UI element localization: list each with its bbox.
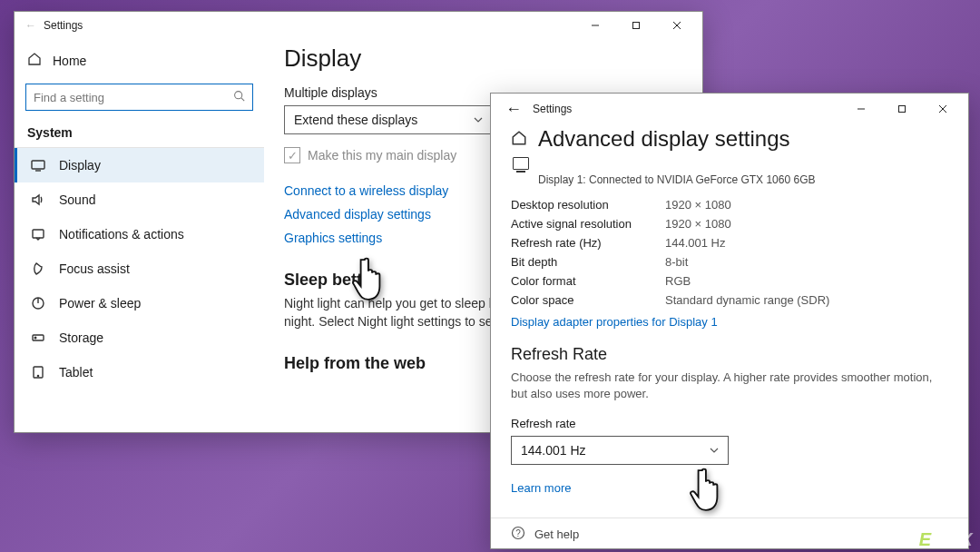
spec-value: 144.001 Hz [665, 233, 829, 252]
display-info: Display 1: Connected to NVIDIA GeForce G… [538, 173, 948, 186]
svg-line-5 [241, 98, 244, 101]
refresh-rate-dropdown[interactable]: 144.001 Hz [511, 436, 729, 465]
svg-point-14 [37, 375, 38, 376]
refresh-rate-desc: Choose the refresh rate for your display… [511, 370, 948, 402]
spec-key: Active signal resolution [511, 214, 665, 233]
sidebar-item-notifications[interactable]: Notifications & actions [15, 217, 264, 251]
table-row: Bit depth8-bit [511, 252, 829, 271]
page-heading: Display [284, 44, 682, 73]
sidebar-header: System [15, 120, 264, 145]
spec-key: Desktop resolution [511, 195, 665, 214]
spec-value: 1920 × 1080 [665, 214, 829, 233]
hand-cursor-icon [689, 467, 727, 514]
svg-rect-6 [32, 161, 44, 169]
close-button[interactable] [922, 96, 963, 122]
make-main-label: Make this my main display [308, 148, 456, 163]
home-icon [27, 52, 42, 69]
spec-value: Standard dynamic range (SDR) [665, 291, 829, 310]
table-row: Color spaceStandard dynamic range (SDR) [511, 291, 829, 310]
adapter-properties-link[interactable]: Display adapter properties for Display 1 [511, 315, 948, 329]
svg-rect-16 [898, 106, 905, 113]
page-heading: Advanced display settings [538, 126, 790, 152]
tablet-icon [30, 365, 46, 380]
sidebar-item-label: Power & sleep [59, 296, 141, 310]
sidebar: Home Find a setting System Display Sound [15, 39, 264, 432]
titlebar-back: ← Settings [15, 12, 702, 39]
back-button[interactable]: ← [502, 100, 525, 119]
home-link[interactable]: Home [15, 44, 264, 76]
display-icon [30, 158, 46, 172]
svg-point-4 [235, 92, 242, 99]
watermark: UGETFIX [891, 529, 973, 550]
search-input[interactable]: Find a setting [25, 84, 253, 111]
sidebar-item-label: Focus assist [59, 261, 130, 276]
refresh-rate-heading: Refresh Rate [511, 345, 948, 364]
sidebar-item-storage[interactable]: Storage [15, 320, 264, 355]
sidebar-item-tablet[interactable]: Tablet [15, 355, 264, 389]
sidebar-item-focus[interactable]: Focus assist [15, 251, 264, 286]
minimize-button[interactable] [840, 96, 881, 122]
svg-rect-1 [632, 23, 639, 29]
window-title: Settings [533, 103, 572, 115]
sidebar-item-label: Notifications & actions [59, 227, 184, 242]
spec-key: Color space [511, 291, 665, 310]
get-help-label: Get help [534, 527, 579, 541]
svg-text:?: ? [515, 528, 521, 538]
sound-icon [30, 192, 46, 207]
table-row: Color formatRGB [511, 271, 829, 291]
search-placeholder: Find a setting [34, 91, 104, 104]
multi-display-dropdown[interactable]: Extend these displays [284, 105, 493, 134]
notifications-icon [30, 227, 46, 242]
spec-key: Refresh rate (Hz) [511, 233, 665, 252]
spec-value: 8-bit [665, 252, 829, 271]
home-label: Home [53, 54, 86, 68]
multi-display-value: Extend these displays [294, 113, 417, 127]
minimize-button[interactable] [574, 13, 615, 38]
close-button[interactable] [656, 13, 697, 38]
spec-key: Color format [511, 271, 665, 291]
spec-value: RGB [665, 271, 829, 291]
learn-more-link[interactable]: Learn more [511, 481, 948, 495]
spec-value: 1920 × 1080 [665, 195, 829, 214]
power-icon [30, 296, 46, 310]
table-row: Refresh rate (Hz)144.001 Hz [511, 233, 829, 252]
sidebar-list: Display Sound Notifications & actions Fo… [15, 147, 264, 389]
table-row: Desktop resolution1920 × 1080 [511, 195, 829, 214]
spec-key: Bit depth [511, 252, 665, 271]
display-specs-table: Desktop resolution1920 × 1080 Active sig… [511, 195, 829, 310]
chevron-down-icon [474, 115, 483, 124]
maximize-button[interactable] [881, 96, 922, 122]
window-title: Settings [44, 19, 83, 32]
storage-icon [30, 330, 46, 345]
back-arrow-disabled: ← [25, 19, 36, 32]
sidebar-item-display[interactable]: Display [15, 148, 264, 182]
settings-window-front: ← Settings Advanced display settings Dis… [490, 93, 969, 549]
refresh-rate-label: Refresh rate [511, 417, 948, 430]
checkbox-icon: ✓ [284, 147, 300, 163]
content-pane-front: Advanced display settings Display 1: Con… [491, 124, 968, 548]
search-icon [233, 90, 245, 104]
table-row: Active signal resolution1920 × 1080 [511, 214, 829, 233]
sidebar-item-label: Sound [59, 192, 95, 207]
hand-cursor-icon [351, 256, 389, 303]
help-icon: ? [511, 526, 525, 543]
sidebar-item-sound[interactable]: Sound [15, 182, 264, 217]
svg-rect-8 [33, 230, 44, 238]
svg-point-12 [34, 337, 36, 339]
monitor-icon [513, 157, 529, 170]
home-icon[interactable] [511, 130, 527, 149]
sidebar-item-power[interactable]: Power & sleep [15, 286, 264, 320]
sidebar-item-label: Display [59, 158, 101, 172]
focus-icon [30, 261, 46, 276]
maximize-button[interactable] [615, 13, 656, 38]
sidebar-item-label: Tablet [59, 365, 93, 380]
titlebar-front: ← Settings [491, 94, 968, 124]
refresh-rate-value: 144.001 Hz [521, 443, 586, 458]
chevron-down-icon [710, 446, 719, 455]
sidebar-item-label: Storage [59, 330, 103, 345]
